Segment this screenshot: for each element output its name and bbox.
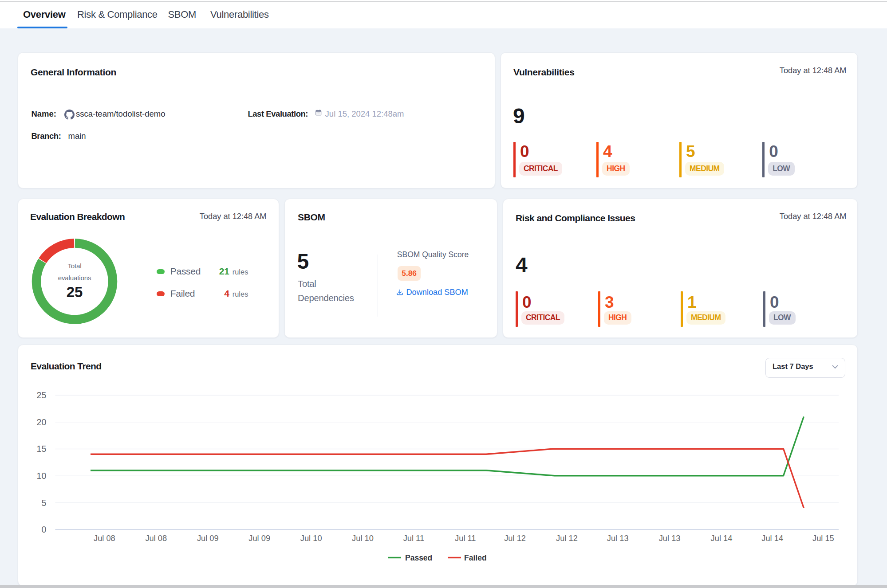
svg-text:5: 5 — [41, 498, 46, 508]
svg-text:0: 0 — [41, 525, 46, 534]
svg-text:Jul 10: Jul 10 — [352, 533, 374, 543]
svg-text:Jul 15: Jul 15 — [812, 533, 834, 543]
svg-text:Jul 11: Jul 11 — [403, 533, 424, 543]
svg-text:Jul 11: Jul 11 — [455, 533, 476, 543]
svg-text:Jul 10: Jul 10 — [300, 533, 322, 543]
svg-text:Jul 08: Jul 08 — [145, 533, 167, 543]
svg-text:15: 15 — [37, 444, 47, 454]
svg-text:Jul 14: Jul 14 — [761, 533, 783, 543]
svg-text:10: 10 — [37, 471, 47, 481]
svg-text:Jul 14: Jul 14 — [711, 533, 733, 543]
svg-text:Jul 12: Jul 12 — [504, 533, 526, 543]
svg-text:Jul 09: Jul 09 — [197, 533, 219, 543]
svg-text:20: 20 — [37, 417, 47, 427]
svg-text:Jul 08: Jul 08 — [94, 533, 115, 543]
svg-text:Failed: Failed — [464, 553, 487, 562]
svg-text:Passed: Passed — [405, 553, 432, 562]
svg-text:Jul 13: Jul 13 — [659, 533, 681, 543]
svg-text:Jul 13: Jul 13 — [607, 533, 629, 543]
svg-text:Jul 09: Jul 09 — [248, 533, 270, 543]
svg-text:Jul 12: Jul 12 — [556, 533, 578, 543]
svg-text:25: 25 — [37, 390, 47, 400]
